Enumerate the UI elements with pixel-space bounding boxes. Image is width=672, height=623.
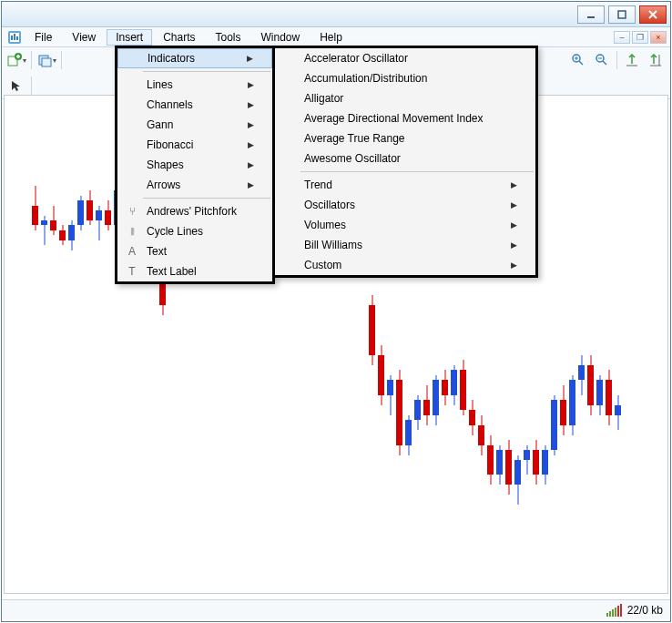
candle	[505, 440, 512, 495]
candle	[369, 295, 375, 365]
svg-rect-8	[16, 36, 18, 40]
candle	[41, 216, 47, 246]
candle	[578, 355, 585, 395]
candle	[405, 415, 412, 455]
candle	[77, 196, 84, 230]
candle	[469, 400, 475, 434]
candle	[606, 370, 612, 424]
menu-text-label[interactable]: TText Label	[117, 261, 272, 281]
statusbar: 22/0 kb	[2, 599, 670, 619]
menu-window[interactable]: Window	[252, 29, 310, 46]
candle	[478, 415, 484, 455]
app-window: File View Insert Charts Tools Window Hel…	[1, 1, 671, 622]
new-chart-button[interactable]: ▾	[5, 50, 27, 70]
candle	[105, 200, 111, 230]
svg-rect-6	[11, 36, 13, 40]
candle	[50, 206, 56, 236]
candle	[487, 435, 494, 485]
menu-file[interactable]: File	[25, 29, 61, 46]
candle	[496, 445, 503, 485]
pitchfork-icon: ⑂	[121, 205, 143, 218]
chart-shift-button[interactable]	[645, 50, 667, 70]
text-label-icon: T	[121, 265, 143, 278]
menu-fibonacci[interactable]: Fibonacci▶	[117, 135, 272, 155]
candle	[551, 395, 557, 455]
menu-accumulation-distribution[interactable]: Accumulation/Distribution	[275, 68, 535, 88]
menu-charts[interactable]: Charts	[154, 29, 204, 46]
mdi-restore-button[interactable]: ❐	[632, 31, 648, 44]
auto-scroll-button[interactable]	[621, 50, 643, 70]
candle	[396, 370, 402, 454]
candle	[32, 186, 38, 230]
menu-alligator[interactable]: Alligator	[275, 88, 535, 108]
indicators-dropdown: Accelerator Oscillator Accumulation/Dist…	[272, 46, 538, 278]
menubar: File View Insert Charts Tools Window Hel…	[2, 27, 670, 47]
menu-text[interactable]: AText	[117, 241, 272, 261]
menu-trend[interactable]: Trend▶	[275, 175, 535, 195]
candle	[460, 360, 466, 414]
candle	[414, 395, 421, 430]
zoom-out-button[interactable]	[591, 50, 613, 70]
menu-atr[interactable]: Average True Range	[275, 128, 535, 148]
mdi-close-button[interactable]: ×	[650, 31, 667, 44]
menu-cycle-lines[interactable]: ⦀Cycle Lines	[117, 221, 272, 241]
candle	[68, 220, 75, 250]
candle	[451, 365, 457, 405]
svg-line-20	[603, 61, 606, 65]
menu-awesome-oscillator[interactable]: Awesome Oscillator	[275, 148, 535, 169]
zoom-in-button[interactable]	[567, 50, 589, 70]
candle	[423, 385, 430, 425]
app-icon	[5, 29, 24, 46]
menu-arrows[interactable]: Arrows▶	[117, 175, 272, 195]
menu-lines[interactable]: Lines▶	[117, 75, 272, 95]
candle	[514, 455, 521, 506]
candle	[596, 375, 603, 415]
candle	[96, 206, 102, 240]
candle	[524, 445, 530, 475]
menu-insert[interactable]: Insert	[107, 29, 152, 46]
menu-bill-williams[interactable]: Bill Williams▶	[275, 235, 535, 255]
menu-accelerator-oscillator[interactable]: Accelerator Oscillator	[275, 48, 535, 68]
svg-rect-14	[42, 58, 51, 66]
menu-tools[interactable]: Tools	[207, 29, 250, 46]
connection-bars-icon	[606, 604, 622, 617]
candle	[442, 370, 448, 404]
menu-volumes[interactable]: Volumes▶	[275, 215, 535, 235]
menu-adx[interactable]: Average Directional Movement Index	[275, 108, 535, 128]
menu-andrews-pitchfork[interactable]: ⑂Andrews' Pitchfork	[117, 201, 272, 221]
menu-custom[interactable]: Custom▶	[275, 255, 535, 275]
candle	[387, 375, 393, 415]
cycle-lines-icon: ⦀	[121, 225, 143, 238]
candle	[59, 225, 66, 245]
svg-line-16	[579, 61, 583, 65]
menu-view[interactable]: View	[63, 29, 105, 46]
candle	[533, 440, 539, 485]
window-controls	[577, 5, 667, 24]
connection-text: 22/0 kb	[627, 604, 663, 617]
menu-indicators[interactable]: Indicators▶	[117, 48, 272, 68]
candle	[587, 355, 594, 415]
candle	[433, 375, 439, 425]
candle	[569, 375, 575, 435]
menu-oscillators[interactable]: Oscillators▶	[275, 195, 535, 215]
candle	[560, 385, 566, 435]
candle	[87, 190, 93, 225]
menu-gann[interactable]: Gann▶	[117, 115, 272, 135]
minimize-button[interactable]	[577, 5, 605, 24]
insert-dropdown: Indicators▶ Lines▶ Channels▶ Gann▶ Fibon…	[115, 46, 275, 284]
mdi-controls: – ❐ ×	[614, 31, 667, 44]
profiles-button[interactable]: ▾	[36, 50, 57, 70]
close-button[interactable]	[639, 5, 667, 24]
maximize-button[interactable]	[608, 5, 636, 24]
text-icon: A	[121, 245, 143, 258]
svg-rect-1	[618, 11, 626, 18]
candle	[542, 445, 548, 485]
menu-shapes[interactable]: Shapes▶	[117, 155, 272, 175]
candle	[615, 395, 621, 430]
candle	[378, 345, 384, 405]
mdi-minimize-button[interactable]: –	[614, 31, 630, 44]
menu-help[interactable]: Help	[311, 29, 351, 46]
cursor-button[interactable]	[5, 76, 27, 96]
svg-rect-7	[14, 34, 15, 40]
menu-channels[interactable]: Channels▶	[117, 95, 272, 115]
